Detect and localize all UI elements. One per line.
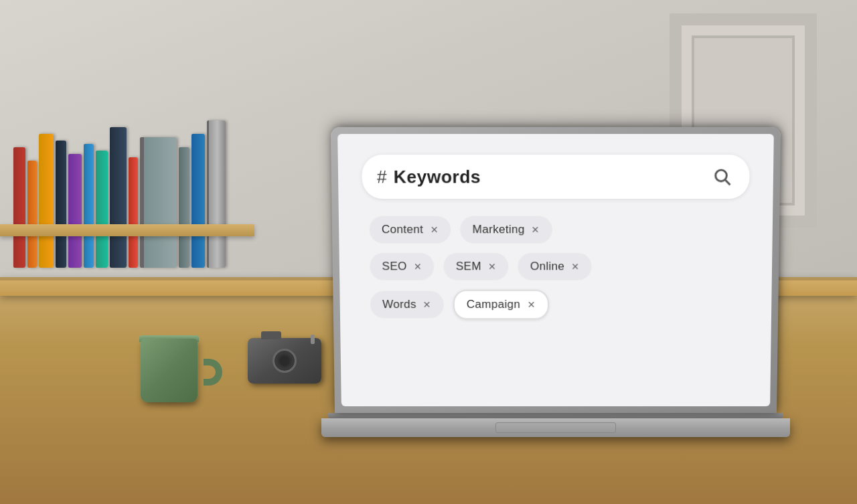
- tag-campaign[interactable]: Campaign ✕: [453, 290, 548, 320]
- camera-body: [248, 338, 321, 384]
- book: [96, 151, 108, 268]
- tags-row-1: Content ✕ Marketing ✕: [369, 216, 742, 244]
- tag-label: Marketing: [472, 223, 524, 236]
- tag-remove-campaign[interactable]: ✕: [527, 299, 535, 310]
- laptop-screen: # Keywords: [337, 134, 774, 406]
- search-icon: [712, 167, 732, 187]
- tag-remove-seo[interactable]: ✕: [414, 261, 422, 272]
- tag-label: Words: [382, 298, 416, 311]
- tag-content[interactable]: Content ✕: [369, 216, 451, 244]
- book: [110, 127, 127, 268]
- book: [191, 134, 205, 268]
- laptop: # Keywords: [321, 132, 790, 437]
- book: [68, 154, 82, 268]
- screen-content: # Keywords: [337, 134, 774, 406]
- svg-point-0: [716, 170, 727, 181]
- bookshelf: [0, 40, 254, 295]
- book: [27, 161, 37, 268]
- tag-label: SEO: [382, 260, 406, 273]
- search-keyword-text: Keywords: [394, 166, 704, 187]
- tag-marketing[interactable]: Marketing ✕: [460, 216, 552, 244]
- hash-symbol: #: [377, 168, 387, 186]
- tag-seo[interactable]: SEO ✕: [370, 253, 434, 280]
- laptop-trackpad[interactable]: [495, 422, 616, 433]
- camera-strap: [311, 335, 315, 344]
- tags-area: Content ✕ Marketing ✕: [362, 213, 749, 323]
- tag-remove-words[interactable]: ✕: [423, 299, 432, 310]
- tag-online[interactable]: Online ✕: [518, 253, 592, 280]
- tag-remove-sem[interactable]: ✕: [488, 261, 496, 272]
- tags-row-2: SEO ✕ SEM ✕ Online ✕: [370, 253, 742, 280]
- search-bar[interactable]: # Keywords: [362, 155, 750, 199]
- laptop-lid: # Keywords: [331, 127, 781, 413]
- shelf-board: [0, 224, 254, 236]
- laptop-screen-wrapper: # Keywords: [331, 127, 781, 413]
- svg-line-1: [725, 180, 730, 185]
- mug-body: [141, 339, 198, 402]
- tag-remove-content[interactable]: ✕: [430, 224, 439, 235]
- camera-lens: [272, 349, 297, 373]
- book: [129, 157, 138, 268]
- tag-label: Online: [530, 260, 564, 273]
- tag-words[interactable]: Words ✕: [370, 291, 444, 319]
- book: [207, 120, 226, 268]
- camera: [248, 338, 328, 392]
- books-container: [13, 94, 241, 268]
- tag-remove-online[interactable]: ✕: [571, 261, 579, 272]
- laptop-base: [321, 418, 790, 437]
- book: [39, 134, 54, 268]
- tag-label: Campaign: [467, 298, 521, 311]
- tag-sem[interactable]: SEM ✕: [443, 253, 508, 280]
- tag-label: SEM: [456, 260, 481, 273]
- tags-row-3: Words ✕ Campaign ✕: [370, 290, 741, 320]
- tag-label: Content: [382, 223, 424, 236]
- laptop-hinge: [328, 413, 783, 418]
- book: [140, 137, 177, 268]
- camera-top: [261, 331, 281, 339]
- search-icon-container[interactable]: [710, 165, 734, 189]
- book: [56, 141, 66, 268]
- book: [84, 144, 94, 268]
- book: [179, 147, 189, 268]
- tag-remove-marketing[interactable]: ✕: [532, 224, 540, 235]
- coffee-mug: [141, 329, 208, 402]
- scene: # Keywords: [0, 0, 857, 504]
- book: [13, 147, 25, 268]
